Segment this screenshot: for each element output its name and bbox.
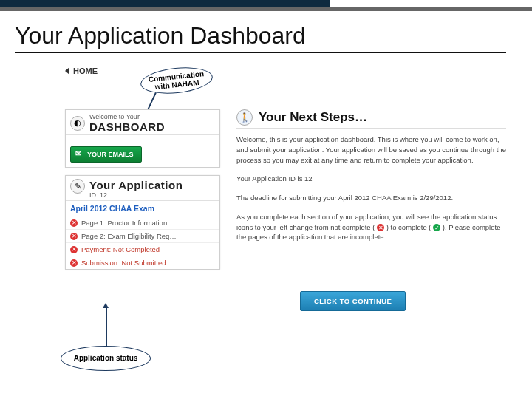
arrowhead-status [103,303,109,308]
gauge-icon: ◐ [70,116,85,131]
application-step-list: ✕ Page 1: Proctor Information ✕ Page 2: … [66,216,219,269]
back-arrow-icon [65,67,69,75]
dashboard-panel-head: ◐ Welcome to Your DASHBOARD [66,110,219,135]
step-label: Submission: Not Submitted [81,259,166,267]
application-id: ID: 12 [89,191,183,199]
step-item[interactable]: ✕ Page 1: Proctor Information [66,216,219,229]
callout-application-status: Application status [61,346,151,371]
status-incomplete-icon: ✕ [70,259,78,267]
application-title: Your Application [89,179,183,191]
left-column: ◐ Welcome to Your DASHBOARD YOUR EMAILS … [65,109,220,277]
application-id-text: Your Application ID is 12 [236,174,506,184]
your-emails-button[interactable]: YOUR EMAILS [70,146,142,163]
step-label: Page 1: Proctor Information [81,219,167,227]
next-steps-header: 🚶 Your Next Steps… [236,109,506,129]
walking-person-icon: 🚶 [236,109,253,126]
dashboard-title: DASHBOARD [89,120,165,133]
home-link[interactable]: HOME [65,66,98,75]
step-label: Payment: Not Completed [81,245,160,253]
welcome-text: Welcome, this is your application dashbo… [236,134,506,165]
status-incomplete-icon: ✕ [70,219,78,227]
step-item[interactable]: ✕ Page 2: Exam Eligibility Req… [66,229,219,242]
continue-button[interactable]: CLICK TO CONTINUE [300,291,406,311]
connector-application-status [106,307,107,347]
step-item[interactable]: ✕ Submission: Not Submitted [66,256,219,269]
next-steps-title: Your Next Steps… [259,110,367,125]
step-item[interactable]: ✕ Payment: Not Completed [66,242,219,256]
status-incomplete-icon: ✕ [70,246,78,253]
step-label: Page 2: Exam Eligibility Req… [81,232,177,240]
deadline-text: The deadline for submitting your April 2… [236,193,506,203]
application-icon: ✎ [70,179,85,194]
application-panel: ✎ Your Application ID: 12 April 2012 CHA… [65,175,220,270]
page-title: Your Application Dashboard [15,22,506,53]
under-stripe [0,7,532,11]
dashboard-panel: ◐ Welcome to Your DASHBOARD YOUR EMAILS [65,109,220,168]
status-incomplete-icon: ✕ [70,233,78,240]
right-column: 🚶 Your Next Steps… Welcome, this is your… [236,109,506,311]
status-explainer-b: ) to complete ( [386,223,432,231]
status-incomplete-icon: ✕ [377,224,384,231]
dashboard-pretitle: Welcome to Your [89,113,165,120]
status-complete-icon: ✓ [433,224,440,231]
status-explainer-text: As you complete each section of your app… [236,212,506,242]
callout-communication: Communication with NAHAM [139,64,214,97]
home-label: HOME [73,66,98,75]
exam-title: April 2012 CHAA Exam [66,201,219,216]
divider [70,143,215,143]
